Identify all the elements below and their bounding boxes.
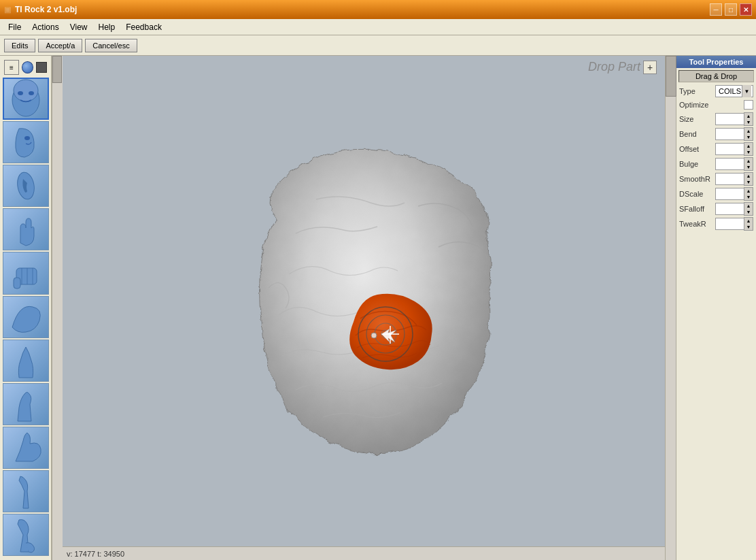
dscale-spin-arrows: ▲ ▼ [744, 187, 753, 201]
offset-spin-up[interactable]: ▲ [744, 143, 753, 149]
size-input[interactable]: 0.3247 [715, 113, 744, 125]
hand3-svg [5, 297, 46, 337]
rock-container [180, 97, 547, 519]
optimize-checkbox[interactable] [744, 100, 753, 110]
bend-spinbox: 2.0000 ▲ ▼ [715, 127, 753, 141]
tweakr-spin-up[interactable]: ▲ [744, 218, 753, 224]
bulge-input[interactable]: 0.0000 [715, 158, 744, 170]
drag-drop-label: Drag & Drop [678, 70, 754, 82]
drop-part-label: Drop Part [588, 60, 640, 74]
bulge-spin-up[interactable]: ▲ [744, 158, 753, 164]
offset-spin-arrows: ▲ ▼ [744, 142, 753, 156]
menu-help[interactable]: Help [93, 21, 121, 33]
offset-input[interactable]: 0.0000 [715, 143, 744, 155]
minimize-button[interactable]: ─ [710, 3, 722, 16]
ear-svg [5, 165, 46, 206]
bulge-spin-down[interactable]: ▼ [744, 164, 753, 170]
left-panel: ≡ [0, 56, 52, 560]
part-thumb-ear[interactable] [3, 165, 49, 207]
type-row: Type COILS ▼ [676, 84, 756, 98]
part-thumb-limb1[interactable] [3, 340, 49, 382]
sfalloff-row: SFalloff 0.5000 ▲ ▼ [676, 201, 756, 216]
offset-label: Offset [679, 145, 715, 153]
dropdown-arrow-icon[interactable]: ▼ [742, 85, 751, 97]
optimize-label: Optimize [679, 101, 715, 109]
part-thumb-face-side[interactable] [3, 121, 49, 163]
accepta-button[interactable]: Accept/a [38, 39, 82, 52]
add-drop-button[interactable]: + [643, 61, 657, 74]
sphere-icon[interactable] [22, 61, 34, 73]
left-panel-top: ≡ [0, 59, 51, 76]
edits-button[interactable]: Edits [4, 39, 35, 52]
sfalloff-spin-down[interactable]: ▼ [744, 209, 753, 215]
part-thumb-limb3[interactable] [3, 427, 49, 469]
menu-actions[interactable]: Actions [27, 21, 64, 33]
size-spinbox: 0.3247 ▲ ▼ [715, 112, 753, 126]
part-thumb-hand1[interactable] [3, 208, 49, 250]
viewport[interactable]: Drop Part + [63, 56, 665, 560]
left-scrollbar-thumb[interactable] [52, 56, 62, 83]
sfalloff-input[interactable]: 0.5000 [715, 203, 744, 215]
part-thumb-limb5[interactable] [3, 514, 49, 556]
sfalloff-spin-up[interactable]: ▲ [744, 203, 753, 209]
tweakr-spinbox: 1.0000 ▲ ▼ [715, 217, 753, 231]
menu-view[interactable]: View [65, 21, 93, 33]
size-spin-arrows: ▲ ▼ [744, 112, 753, 126]
tweakr-spin-down[interactable]: ▼ [744, 224, 753, 230]
left-panel-scrollbar[interactable] [52, 56, 63, 560]
bend-input[interactable]: 2.0000 [715, 128, 744, 140]
part-thumb-hand2[interactable] [3, 252, 49, 294]
menu-feedback[interactable]: Feedback [120, 21, 167, 33]
menu-file[interactable]: File [3, 21, 27, 33]
dscale-spin-down[interactable]: ▼ [744, 194, 753, 200]
optimize-row: Optimize [676, 98, 756, 112]
limb4-svg [5, 471, 46, 512]
dscale-row: DScale 1.0000 ▲ ▼ [676, 186, 756, 201]
dscale-spin-up[interactable]: ▲ [744, 188, 753, 194]
maximize-button[interactable]: □ [725, 3, 737, 16]
bend-spin-down[interactable]: ▼ [744, 134, 753, 140]
viewport-scrollbar-thumb[interactable] [666, 56, 676, 97]
cube-icon[interactable] [36, 62, 47, 73]
app-icon: ▣ [4, 5, 11, 14]
part-thumb-face-front[interactable] [3, 78, 49, 120]
bulge-row: Bulge 0.0000 ▲ ▼ [676, 157, 756, 171]
titlebar: ▣ TI Rock 2 v1.obj ─ □ ✕ [0, 0, 756, 19]
type-dropdown[interactable]: COILS ▼ [715, 85, 753, 97]
left-panel-wrapper: ≡ [0, 56, 63, 560]
viewport-scrollbar[interactable] [665, 56, 676, 560]
bend-spin-up[interactable]: ▲ [744, 128, 753, 134]
rock-svg [180, 97, 547, 519]
tweakr-input[interactable]: 1.0000 [715, 218, 744, 230]
tool-properties-header: Tool Properties [676, 56, 756, 68]
bulge-spin-arrows: ▲ ▼ [744, 157, 753, 171]
part-thumb-hand3[interactable] [3, 296, 49, 338]
tweakr-spin-arrows: ▲ ▼ [744, 217, 753, 231]
cancelesc-button[interactable]: Cancel/esc [85, 39, 137, 52]
part-thumb-limb2[interactable] [3, 383, 49, 425]
face-front-svg [5, 78, 46, 119]
smoothr-label: SmoothR [679, 175, 715, 183]
size-spin-up[interactable]: ▲ [744, 113, 753, 119]
dscale-input[interactable]: 1.0000 [715, 188, 744, 200]
part-thumb-limb4[interactable] [3, 470, 49, 512]
dscale-label: DScale [679, 190, 715, 198]
svg-point-4 [24, 136, 30, 140]
smoothr-spin-down[interactable]: ▼ [744, 179, 753, 185]
size-spin-down[interactable]: ▼ [744, 119, 753, 125]
smoothr-spinbox: 0.0000 ▲ ▼ [715, 172, 753, 186]
toolbar: Edits Accept/a Cancel/esc [0, 35, 756, 56]
titlebar-controls[interactable]: ─ □ ✕ [710, 3, 752, 16]
smoothr-spin-up[interactable]: ▲ [744, 173, 753, 179]
size-label: Size [679, 115, 715, 123]
bend-label: Bend [679, 130, 715, 138]
smoothr-row: SmoothR 0.0000 ▲ ▼ [676, 171, 756, 186]
smoothr-input[interactable]: 0.0000 [715, 173, 744, 185]
type-value: COILS [717, 87, 741, 95]
close-button[interactable]: ✕ [740, 3, 752, 16]
panel-mode-button[interactable]: ≡ [4, 60, 19, 75]
offset-spin-down[interactable]: ▼ [744, 149, 753, 155]
hand1-svg [5, 209, 46, 250]
type-label: Type [679, 87, 715, 95]
limb1-svg [5, 340, 46, 381]
